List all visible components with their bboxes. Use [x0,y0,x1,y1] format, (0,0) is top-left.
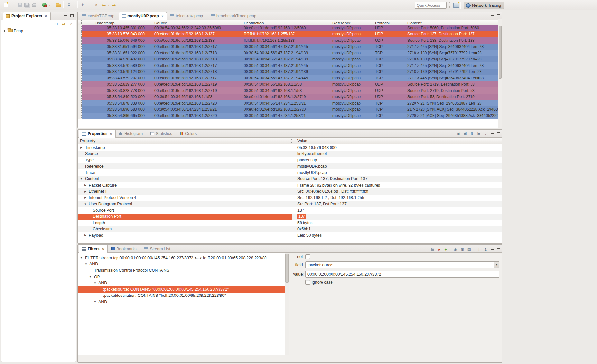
run-icon[interactable] [41,1,48,8]
filter-tree-row[interactable]: Transmission Control Protocol CONTAINS [78,267,285,274]
property-row[interactable]: ▶Packet CaptureFrame 28: 92 bytes on wir… [78,182,502,188]
packet-row[interactable]: 05:33:53.828 778 00000:e0:ed:01:6e:bd/19… [78,87,499,94]
open-trace-folder-icon[interactable] [55,1,62,8]
property-row[interactable]: ▶PayloadLen: 50 bytes [78,232,502,239]
chevron-down-icon[interactable]: ▼ [494,262,499,268]
packet-row[interactable]: 05:33:54.840 520 00000:30:54:00:34:56/19… [78,94,499,100]
back-icon[interactable]: ⇦ [100,1,107,8]
tab-bookmarks[interactable]: Bookmarks [108,245,141,252]
print-icon[interactable] [30,1,37,8]
pin-filter-icon[interactable]: ◉ [453,247,458,252]
minimize-button[interactable] [490,131,495,136]
scrollbar-thumb[interactable] [285,254,289,283]
tab-colors[interactable]: Colors [176,130,201,137]
quick-access-input[interactable] [415,2,447,9]
property-row[interactable]: Checksum0x5bb1 [78,226,502,232]
save-icon[interactable] [16,1,23,8]
close-icon[interactable]: ✕ [161,14,164,18]
packet-row[interactable]: 05:33:10.576 043 00000:e0:ed:01:6e:bd/19… [78,31,499,38]
property-row[interactable]: ▼ContentSource Port: 137, Destination Po… [78,176,502,182]
maximize-button[interactable] [496,13,501,18]
property-row[interactable]: Sourcelinktype:ethernet [78,151,502,157]
tab-mostlytcp-cap[interactable]: mostlyTCP.cap [79,12,119,20]
property-column-header[interactable]: Property [78,138,292,144]
tab-filters[interactable]: Filters✕ [79,245,108,253]
dropdown-arrow-icon[interactable]: ▾ [9,4,13,6]
packet-row[interactable]: 05:33:31.651 594 00000:e0:ed:01:6e:bd/19… [78,44,499,50]
dropdown-arrow-icon[interactable]: ▾ [117,4,121,6]
save-all-icon[interactable] [23,1,30,8]
chevron-right-icon[interactable]: ▶ [84,190,87,193]
close-icon[interactable]: ✕ [110,132,112,136]
import-filter-icon[interactable]: ↧ [476,247,481,252]
tab-statistics[interactable]: Statistics [147,130,176,137]
packet-row[interactable]: 05:33:15.096 646 00000:e0:ed:01:6e:bd/19… [78,37,499,44]
packet-row[interactable]: 05:33:34.570 497 00000:e0:ed:01:6e:bd/19… [78,56,499,63]
close-icon[interactable]: ✕ [45,14,47,18]
scrollbar-thumb[interactable] [499,26,502,79]
chevron-right-icon[interactable]: ▶ [80,146,83,149]
filter-tree-row[interactable]: ▼AND [78,261,285,268]
ignore-case-checkbox[interactable] [305,280,310,285]
export-filter-icon[interactable]: ↥ [483,247,488,252]
packet-row[interactable]: 05:33:54.878 338 00000:e0:ed:01:6e:bd/19… [78,100,499,106]
link-with-editor-icon[interactable]: ⇄ [61,21,66,26]
property-row[interactable]: Destination Port137 [78,214,502,220]
filter-tree-row[interactable]: ▼AND [78,280,285,286]
view-menu-icon[interactable]: ▽ [68,21,74,26]
collapse-all-icon[interactable]: ⊟ [476,131,481,136]
tab-mostlyudp-pcap[interactable]: mostlyUDP.pcap✕ [119,12,167,20]
copy-filter-icon[interactable]: ▣ [460,247,465,252]
chevron-right-icon[interactable]: ▶ [84,234,87,237]
dropdown-arrow-icon[interactable]: ▾ [72,4,76,6]
expand-all-icon[interactable]: ⇅ [469,131,475,136]
add-filter-icon[interactable]: + [443,247,449,252]
last-edit-location-icon[interactable]: ⇤ [93,1,100,8]
chevron-down-icon[interactable]: ▼ [93,282,97,285]
value-input[interactable] [305,271,499,278]
field-combobox[interactable]: :packetsource: ▼ [305,261,499,268]
minimize-button[interactable] [63,13,68,18]
packet-table-scrollbar[interactable] [498,19,502,128]
import-icon[interactable]: ↧ [65,1,72,8]
tab-properties[interactable]: Properties✕ [79,130,116,138]
property-row[interactable]: Typepacket:udp [78,157,502,163]
chevron-down-icon[interactable]: ▼ [93,300,97,303]
packet-row[interactable]: 05:33:40.579 207 00000:e0:ed:01:6e:bd/19… [78,75,499,81]
value-column-header[interactable]: Value [292,138,502,144]
filter-tree-row[interactable]: :packetdestination: CONTAINS "fe:ff:20:0… [78,293,285,299]
perspective-button[interactable]: Network Tracing [464,2,504,9]
tab-project-explorer[interactable]: Project Explorer ✕ [3,12,51,20]
save-filter-icon[interactable] [430,247,435,252]
packet-row[interactable]: 05:33:54.896 583 00000:30:54:00:34:56/14… [78,106,499,113]
packet-row[interactable]: 05:33:52.829 277 00000:e0:ed:01:6e:bd/19… [78,81,499,88]
packet-row[interactable]: 05:33:34.570 589 00000:e0:ed:01:6e:bd/19… [78,62,499,69]
chevron-right-icon[interactable]: ▶ [84,184,87,187]
packet-row[interactable]: 05:33:40.579 124 00000:e0:ed:01:6e:bd/19… [78,69,499,75]
maximize-button[interactable] [496,131,501,136]
filter-tree-row[interactable]: ▼AND [78,299,285,305]
tab-benchmarktrace-pcap[interactable]: benchmarkTrace.pcap [208,12,261,20]
property-row[interactable]: ▼User Datagram ProtocolSrc Port: 137, Ds… [78,201,502,207]
view-menu-icon[interactable]: ▽ [483,131,488,136]
open-new-view-icon[interactable]: ▣ [456,131,461,136]
paste-filter-icon[interactable]: ▤ [466,247,472,252]
filter-tree-scrollbar[interactable] [285,253,289,355]
export-icon[interactable]: ↥ [79,1,86,8]
tree-mode-icon[interactable]: ⊞ [462,131,468,136]
packet-row[interactable]: 05:33:54.896 665 00000:e0:ed:01:6e:bd/19… [78,113,499,119]
close-icon[interactable]: ✕ [102,247,105,251]
open-perspective-icon[interactable] [452,2,460,9]
new-wizard-icon[interactable]: ✦ [2,1,9,8]
property-row[interactable]: ReferencemostlyUDP.pcap [78,163,502,170]
tree-item-project[interactable]: ▶Pcap [1,28,76,34]
chevron-right-icon[interactable]: ▶ [3,29,6,32]
chevron-down-icon[interactable]: ▼ [84,263,88,266]
packet-row[interactable]: 05:33:31.651 922 00000:e0:ed:01:6e:bd/19… [78,50,499,56]
filter-tree-row[interactable]: ▼FILTER stream tcp 00:00:01:00:00:00/145… [78,255,285,261]
property-row[interactable]: ▶Internet Protocol Version 4Src: 192.168… [78,195,502,201]
not-checkbox[interactable] [305,254,310,259]
property-row[interactable]: Length58 bytes [78,220,502,226]
collapse-all-icon[interactable]: ⊟ [53,21,59,26]
packet-row[interactable]: 05:33:10.455 801 00000:30:54:00:34:56/21… [78,25,499,31]
